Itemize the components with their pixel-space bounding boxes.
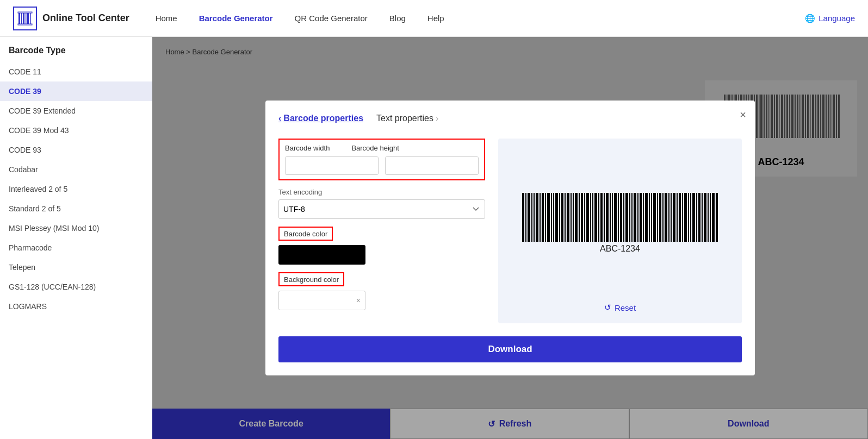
svg-rect-61 — [542, 193, 544, 242]
svg-rect-98 — [645, 193, 648, 242]
svg-rect-116 — [696, 193, 697, 242]
sidebar-item-code39mod43[interactable]: CODE 39 Mod 43 — [0, 121, 152, 140]
svg-rect-65 — [553, 193, 554, 242]
svg-rect-100 — [651, 193, 652, 242]
modal-download-button[interactable]: Download — [278, 336, 742, 362]
barcode-dimensions-group: Barcode width Barcode height 300 ▲ ▼ — [278, 139, 485, 180]
nav-help[interactable]: Help — [427, 14, 444, 23]
header: Online Tool Center Home Barcode Generato… — [0, 0, 868, 37]
sidebar-item-logmars[interactable]: LOGMARS — [0, 297, 152, 316]
svg-rect-6 — [18, 12, 32, 13]
barcode-width-input[interactable]: 300 — [286, 157, 379, 174]
sidebar-item-interleaved2of5[interactable]: Interleaved 2 of 5 — [0, 179, 152, 199]
svg-rect-67 — [559, 193, 560, 242]
nav-barcode-generator[interactable]: Barcode Generator — [199, 14, 273, 23]
modal-close-button[interactable]: × — [740, 109, 746, 120]
text-encoding-label: Text encoding — [278, 188, 485, 196]
tab-text-properties[interactable]: Text properties › — [376, 114, 438, 126]
background-color-clear[interactable]: × — [356, 296, 361, 305]
sidebar-item-code39[interactable]: CODE 39 — [0, 81, 152, 101]
modal-right-panel: ABC-1234 ↺ Reset — [498, 139, 742, 323]
svg-rect-78 — [590, 193, 591, 242]
barcode-color-swatch[interactable] — [278, 245, 365, 265]
background-color-swatch[interactable]: × — [278, 291, 365, 310]
svg-rect-75 — [581, 193, 583, 242]
tab-back-arrow: ‹ — [278, 114, 281, 123]
svg-rect-118 — [702, 193, 703, 242]
svg-rect-59 — [536, 193, 538, 242]
svg-rect-83 — [604, 193, 605, 242]
svg-rect-79 — [592, 193, 593, 242]
svg-rect-84 — [606, 193, 609, 242]
logo[interactable]: Online Tool Center — [13, 7, 129, 30]
svg-rect-86 — [612, 193, 613, 242]
sidebar-item-code11[interactable]: CODE 11 — [0, 62, 152, 81]
svg-rect-115 — [692, 193, 695, 242]
sidebar-item-standard2of5[interactable]: Standard 2 of 5 — [0, 199, 152, 218]
svg-rect-5 — [30, 13, 31, 24]
svg-rect-88 — [618, 193, 619, 242]
svg-rect-89 — [620, 193, 622, 242]
globe-icon: 🌐 — [805, 14, 815, 23]
svg-rect-106 — [668, 193, 669, 242]
main-nav: Home Barcode Generator QR Code Generator… — [156, 14, 805, 23]
content-area: Home > Barcode Generator — [152, 37, 868, 439]
svg-rect-108 — [673, 193, 675, 242]
barcode-color-group: Barcode color — [278, 227, 485, 265]
svg-rect-109 — [677, 193, 678, 242]
svg-rect-0 — [18, 13, 20, 24]
sidebar-item-code93[interactable]: CODE 93 — [0, 140, 152, 160]
svg-rect-76 — [584, 193, 585, 242]
sidebar-item-codabar[interactable]: Codabar — [0, 160, 152, 179]
svg-rect-107 — [671, 193, 672, 242]
sidebar-item-telepen[interactable]: Telepen — [0, 258, 152, 277]
sidebar-item-gs1128[interactable]: GS1-128 (UCC/EAN-128) — [0, 277, 152, 297]
svg-rect-94 — [634, 193, 636, 242]
text-encoding-group: Text encoding UTF-8 — [278, 188, 485, 219]
nav-blog[interactable]: Blog — [389, 14, 406, 23]
svg-rect-66 — [555, 193, 558, 242]
language-label: Language — [819, 14, 855, 23]
svg-rect-114 — [690, 193, 691, 242]
svg-rect-96 — [640, 193, 642, 242]
text-encoding-select[interactable]: UTF-8 — [278, 199, 485, 219]
main-layout: Barcode Type CODE 11 CODE 39 CODE 39 Ext… — [0, 37, 868, 439]
barcode-height-input[interactable]: 100 — [386, 157, 479, 174]
svg-rect-77 — [586, 193, 589, 242]
svg-rect-104 — [662, 193, 664, 242]
svg-rect-85 — [610, 193, 611, 242]
svg-rect-56 — [528, 193, 530, 242]
svg-rect-69 — [565, 193, 566, 242]
modal: × ‹ Barcode properties Text properties › — [265, 101, 755, 375]
svg-rect-54 — [522, 193, 524, 242]
svg-rect-112 — [684, 193, 687, 242]
modal-body: Barcode width Barcode height 300 ▲ ▼ — [278, 139, 742, 323]
svg-rect-60 — [540, 193, 541, 242]
sidebar-item-code39ext[interactable]: CODE 39 Extended — [0, 101, 152, 121]
barcode-height-input-group: 100 ▲ ▼ — [385, 156, 479, 175]
nav-home[interactable]: Home — [156, 14, 177, 23]
svg-rect-92 — [629, 193, 630, 242]
svg-rect-97 — [643, 193, 644, 242]
svg-rect-70 — [567, 193, 569, 242]
nav-qr-code-generator[interactable]: QR Code Generator — [295, 14, 368, 23]
svg-rect-62 — [545, 193, 546, 242]
sidebar-item-msi[interactable]: MSI Plessey (MSI Mod 10) — [0, 218, 152, 238]
svg-rect-7 — [18, 24, 32, 25]
modal-tabs: ‹ Barcode properties Text properties › — [278, 114, 742, 126]
sidebar-item-pharmacode[interactable]: Pharmacode — [0, 238, 152, 258]
language-selector[interactable]: 🌐 Language — [805, 14, 855, 23]
tab-barcode-properties[interactable]: ‹ Barcode properties — [278, 114, 363, 126]
svg-text:ABC-1234: ABC-1234 — [600, 244, 640, 253]
reset-button[interactable]: ↺ Reset — [604, 303, 636, 312]
svg-rect-68 — [561, 193, 563, 242]
svg-rect-73 — [575, 193, 578, 242]
barcode-width-input-group: 300 ▲ ▼ — [285, 156, 379, 175]
sidebar-title: Barcode Type — [0, 46, 152, 62]
svg-rect-91 — [625, 193, 628, 242]
svg-rect-105 — [665, 193, 667, 242]
svg-rect-123 — [716, 193, 718, 242]
background-color-group: Background color × — [278, 272, 485, 310]
svg-rect-103 — [659, 193, 661, 242]
svg-rect-119 — [704, 193, 706, 242]
